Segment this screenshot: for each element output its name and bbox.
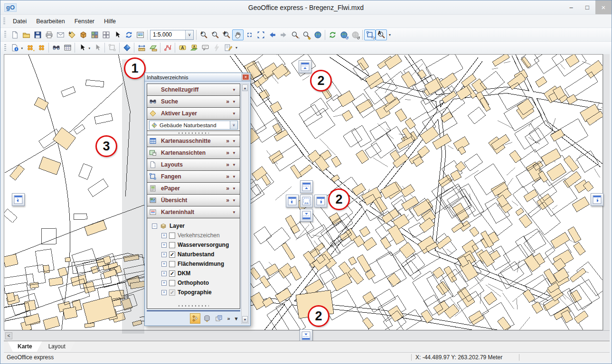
full-extent-button[interactable] bbox=[255, 29, 266, 40]
layer-checkbox[interactable] bbox=[169, 261, 175, 267]
open-file-button[interactable] bbox=[20, 29, 32, 40]
section-dropdown-icon[interactable]: ▼ bbox=[232, 88, 236, 92]
tree-item[interactable]: +✓Naturbestand bbox=[147, 250, 240, 259]
expand-icon[interactable]: + bbox=[161, 233, 167, 238]
zoom-window-button[interactable]: ✛ bbox=[221, 29, 232, 40]
section-dropdown-icon[interactable]: ▼ bbox=[232, 139, 236, 143]
edit-vertices-button[interactable] bbox=[162, 42, 173, 53]
dock-up-button[interactable] bbox=[300, 180, 313, 193]
tab-layout[interactable]: Layout bbox=[38, 341, 75, 352]
toolbar-grip[interactable] bbox=[4, 44, 6, 52]
select-elements-button[interactable] bbox=[112, 29, 123, 40]
panel-collapse-icon[interactable]: ▾ bbox=[233, 316, 239, 321]
section-epaper[interactable]: ePaper»▼ bbox=[147, 183, 240, 195]
display-order-button[interactable] bbox=[190, 313, 200, 324]
section-schnellzugriff[interactable]: Schnellzugriff▼ bbox=[147, 84, 240, 96]
tree-item[interactable]: +✓DKM bbox=[147, 269, 240, 278]
panel-close-icon[interactable]: × bbox=[242, 74, 249, 80]
select-frame-button[interactable] bbox=[106, 42, 118, 53]
combo-dropdown-icon[interactable]: ∨ bbox=[185, 30, 193, 39]
layer-checkbox[interactable] bbox=[169, 233, 175, 239]
zoom-center-button[interactable] bbox=[244, 29, 255, 40]
section-karteninhalt[interactable]: Karteninhalt▼ bbox=[147, 206, 240, 218]
measure-length-button[interactable] bbox=[136, 42, 147, 53]
zoom-selection-button[interactable]: ▫ bbox=[289, 29, 301, 40]
menu-grip[interactable] bbox=[3, 18, 5, 25]
layer-checkbox[interactable]: ✓ bbox=[169, 289, 175, 296]
data-source-button[interactable] bbox=[202, 313, 212, 324]
toolbar-grip[interactable] bbox=[4, 31, 6, 38]
dock-center-button[interactable] bbox=[300, 195, 313, 207]
active-layer-combo[interactable]: Gebäude Naturbestand∨ bbox=[149, 121, 238, 130]
section-layouts[interactable]: Layouts»▼ bbox=[147, 159, 240, 171]
toolbar-overflow-icon[interactable]: ▾ bbox=[234, 46, 239, 50]
panel-splitter[interactable] bbox=[147, 304, 240, 308]
layer-copy-button[interactable] bbox=[214, 313, 224, 324]
menu-bearbeiten[interactable]: Bearbeiten bbox=[31, 18, 69, 25]
layer-checkbox[interactable]: ✓ bbox=[169, 271, 175, 277]
expand-icon[interactable]: + bbox=[161, 290, 167, 295]
add-package-button[interactable] bbox=[77, 29, 89, 40]
combo-arrow-icon[interactable]: ∨ bbox=[230, 121, 237, 129]
scale-combo[interactable]: 1:5.000∨ bbox=[150, 30, 194, 40]
label-new-button[interactable] bbox=[177, 42, 188, 53]
section-more-icon[interactable]: » bbox=[226, 173, 229, 180]
toolbar-overflow-icon[interactable]: ▾ bbox=[387, 33, 393, 37]
section-more-icon[interactable]: » bbox=[226, 149, 229, 156]
vertical-scroll-strip[interactable] bbox=[603, 54, 610, 330]
tree-item[interactable]: +Verkehrszeichen bbox=[147, 231, 240, 240]
section-kartenansichten[interactable]: Kartenansichten»▼ bbox=[147, 147, 240, 159]
menu-datei[interactable]: Datei bbox=[8, 18, 31, 25]
flash-feature-button[interactable] bbox=[211, 42, 222, 53]
layer-checkbox[interactable] bbox=[169, 280, 175, 286]
edit-sketch-button[interactable] bbox=[222, 42, 234, 53]
hotlink-new-button[interactable]: * bbox=[24, 42, 36, 53]
section-dropdown-icon[interactable]: ▼ bbox=[232, 175, 236, 179]
expand-icon[interactable]: + bbox=[161, 271, 167, 276]
menu-fenster[interactable]: Fenster bbox=[70, 18, 99, 25]
expand-icon[interactable]: + bbox=[161, 252, 167, 257]
collapse-icon[interactable]: − bbox=[152, 224, 157, 229]
section-aktiver-layer[interactable]: Aktiver Layer▼ bbox=[147, 108, 240, 120]
title-bar[interactable]: gO GeoOffice express - Bregenz_Flwi.mxd … bbox=[0, 0, 612, 15]
measure-area-button[interactable] bbox=[147, 42, 159, 53]
select-features-button[interactable]: ▾ bbox=[76, 42, 88, 53]
section-more-icon[interactable]: » bbox=[226, 161, 229, 168]
spatial-tool-button[interactable] bbox=[121, 42, 132, 53]
section-more-icon[interactable]: » bbox=[226, 197, 229, 204]
save-button[interactable] bbox=[32, 29, 43, 40]
map-gallery-button[interactable] bbox=[89, 29, 100, 40]
sketch-toggle-button[interactable]: ∕ bbox=[364, 29, 376, 40]
export-map-button[interactable] bbox=[134, 29, 146, 40]
section-fangen[interactable]: Fangen»▼ bbox=[147, 171, 240, 183]
refresh-map-button[interactable] bbox=[123, 29, 134, 40]
sync-globe-button[interactable]: ↺ bbox=[338, 29, 349, 40]
dropdown-caret-icon[interactable]: ▾ bbox=[21, 47, 23, 50]
dock-down-button[interactable] bbox=[300, 209, 313, 222]
section-dropdown-icon[interactable]: ▼ bbox=[232, 187, 236, 191]
section-dropdown-icon[interactable]: ▼ bbox=[232, 100, 236, 104]
tree-item[interactable]: +Orthophoto bbox=[147, 278, 240, 288]
pan-button[interactable] bbox=[232, 29, 244, 40]
section-more-icon[interactable]: » bbox=[226, 138, 229, 144]
send-mail-button[interactable] bbox=[55, 29, 66, 40]
dropdown-caret-icon[interactable]: ▾ bbox=[88, 47, 90, 50]
tree-item[interactable]: +✓Topographie bbox=[147, 288, 240, 297]
expand-icon[interactable]: + bbox=[161, 261, 167, 267]
section-dropdown-icon[interactable]: ▼ bbox=[232, 163, 236, 167]
layer-checkbox[interactable] bbox=[169, 242, 175, 248]
sync-globe-off-button[interactable]: ↺ bbox=[349, 29, 361, 40]
expand-top-button[interactable] bbox=[299, 60, 311, 73]
tree-root[interactable]: −Layer bbox=[147, 221, 240, 231]
collapse-left-button[interactable] bbox=[12, 193, 25, 206]
panel-title-bar[interactable]: Inhaltsverzeichnis × bbox=[145, 73, 250, 82]
expand-icon[interactable]: + bbox=[161, 280, 167, 286]
panel-more-icon[interactable]: » bbox=[226, 316, 232, 321]
panel-splitter[interactable] bbox=[147, 131, 240, 135]
section-dropdown-icon[interactable]: ▼ bbox=[232, 151, 236, 155]
close-button[interactable]: × bbox=[595, 0, 612, 14]
minimize-button[interactable]: – bbox=[563, 0, 579, 14]
zoom-in-button[interactable]: + bbox=[198, 29, 209, 40]
callout-new-button[interactable] bbox=[199, 42, 211, 53]
dock-left-button[interactable] bbox=[286, 195, 299, 207]
